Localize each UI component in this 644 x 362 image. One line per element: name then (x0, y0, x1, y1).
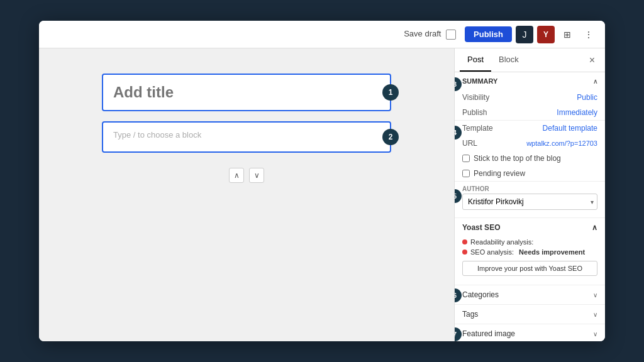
tags-chevron: ∨ (593, 311, 597, 318)
pending-row: Pending review (455, 166, 605, 181)
categories-section: 6 Categories ∨ (455, 285, 605, 305)
save-draft-label: Save draft (404, 29, 441, 38)
toolbar: Save draft Publish J Y ⊞ ⋮ (39, 21, 605, 48)
seo-row: SEO analysis: Needs improvement (455, 247, 605, 257)
yoast-improve-button[interactable]: Improve your post with Yoast SEO (462, 261, 597, 276)
tags-label: Tags (462, 310, 478, 319)
author-select[interactable]: Kristifor Pirkovikj (462, 194, 597, 210)
seo-value: Needs improvement (519, 248, 585, 256)
title-block: 1 (102, 74, 391, 111)
badge-7: 7 (454, 327, 462, 341)
badge-3: 3 (454, 77, 462, 91)
publish-row: Publish Immediately (455, 105, 605, 120)
editor-inner: 1 Type / to choose a block 2 ∧ ∨ (102, 74, 391, 183)
author-section: 5 AUTHOR Kristifor Pirkovikj ▾ (455, 182, 605, 218)
scroll-down-button[interactable]: ∨ (249, 168, 264, 183)
seo-dot (462, 250, 467, 255)
more-button[interactable]: ⋮ (580, 26, 597, 43)
tags-row[interactable]: Tags ∨ (455, 305, 605, 324)
publish-label: Publish (462, 108, 487, 117)
pending-label: Pending review (474, 169, 525, 178)
featured-image-section: 7 Featured image ∨ (455, 324, 605, 341)
content-block-badge: 2 (382, 129, 399, 145)
title-input[interactable] (113, 84, 380, 101)
visibility-row: Visibility Public (455, 90, 605, 105)
save-draft-icon (446, 30, 456, 40)
badge-6: 6 (454, 288, 462, 302)
publish-value[interactable]: Immediately (557, 108, 597, 117)
summary-section: 3 Summary ∧ Visibility Public Publish Im… (455, 72, 605, 121)
scroll-up-button[interactable]: ∧ (229, 168, 244, 183)
readability-row: Readability analysis: (455, 237, 605, 247)
sticky-label: Stick to the top of the blog (474, 154, 561, 163)
yoast-chevron: ∧ (592, 223, 597, 232)
visibility-value[interactable]: Public (577, 93, 597, 102)
template-label: Template (462, 124, 493, 133)
jetpack-button[interactable]: J (516, 26, 533, 43)
badge-5: 5 (454, 189, 462, 203)
categories-label: Categories (462, 290, 499, 299)
editor-area: 1 Type / to choose a block 2 ∧ ∨ (39, 48, 454, 341)
template-value[interactable]: Default template (543, 124, 597, 133)
readability-label: Readability analysis: (470, 238, 533, 246)
tab-block[interactable]: Block (491, 48, 526, 72)
summary-label: Summary (462, 77, 497, 85)
title-block-badge: 1 (382, 84, 399, 101)
seo-label: SEO analysis: (470, 248, 514, 256)
pending-checkbox[interactable] (462, 170, 470, 177)
author-label: AUTHOR (455, 182, 605, 194)
sticky-row: Stick to the top of the blog (455, 151, 605, 166)
template-row: Template Default template (455, 121, 605, 136)
readability-dot (462, 239, 467, 244)
template-section: 4 Template Default template URL wptalkz.… (455, 121, 605, 182)
main-window: Save draft Publish J Y ⊞ ⋮ 1 Type / to c… (39, 21, 605, 341)
sidebar: Post Block × 3 Summary ∧ Visibility Publ… (454, 48, 605, 341)
summary-chevron: ∧ (593, 78, 597, 85)
yoast-label: Yoast SEO (462, 223, 500, 232)
sticky-checkbox[interactable] (462, 155, 470, 162)
content-block[interactable]: Type / to choose a block 2 (102, 121, 391, 153)
author-select-wrap: Kristifor Pirkovikj ▾ (462, 194, 597, 210)
url-value[interactable]: wptalkz.com/?p=12703 (526, 140, 597, 147)
badge-4: 4 (454, 126, 462, 140)
editor-footer: ∧ ∨ (102, 168, 391, 183)
categories-row[interactable]: Categories ∨ (455, 285, 605, 305)
url-row: URL wptalkz.com/?p=12703 (455, 136, 605, 151)
main-area: 1 Type / to choose a block 2 ∧ ∨ Post Bl… (39, 48, 605, 341)
yoast-section: Yoast SEO ∧ Readability analysis: SEO an… (455, 218, 605, 285)
save-draft-button[interactable]: Save draft (399, 26, 461, 42)
yoast-header[interactable]: Yoast SEO ∧ (455, 218, 605, 237)
visibility-label: Visibility (462, 93, 489, 102)
yoast-button[interactable]: Y (537, 26, 555, 43)
settings-button[interactable]: ⊞ (558, 26, 576, 43)
sidebar-close-button[interactable]: × (584, 50, 600, 71)
content-placeholder: Type / to choose a block (113, 130, 380, 140)
tab-post[interactable]: Post (460, 48, 491, 72)
categories-chevron: ∨ (593, 292, 597, 299)
url-label: URL (462, 139, 477, 148)
featured-image-label: Featured image (462, 329, 515, 338)
featured-image-row[interactable]: Featured image ∨ (455, 324, 605, 341)
publish-button[interactable]: Publish (465, 26, 512, 42)
featured-image-chevron: ∨ (593, 331, 597, 337)
summary-header[interactable]: Summary ∧ (455, 72, 605, 90)
sidebar-tabs: Post Block × (455, 48, 605, 72)
